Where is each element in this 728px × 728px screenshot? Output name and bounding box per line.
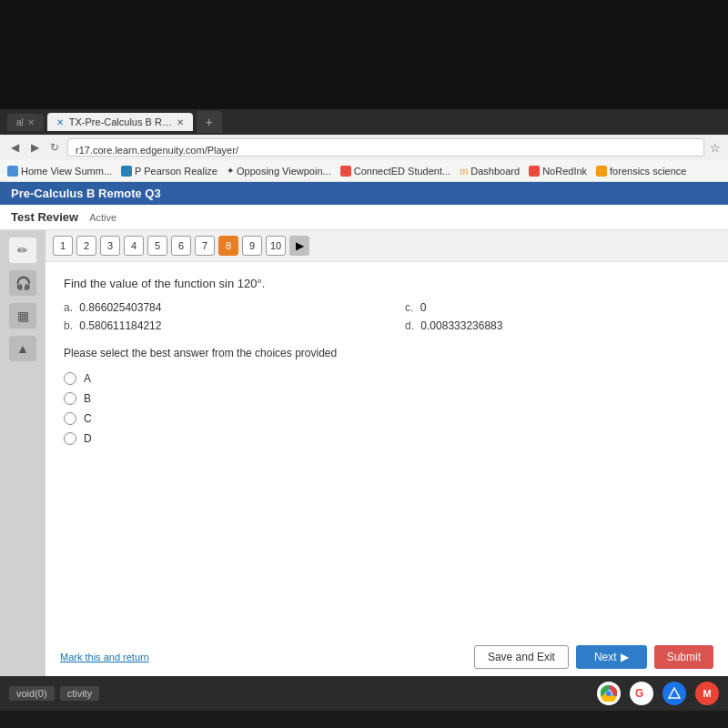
bookmark-noredink[interactable]: NoRedInk — [529, 166, 587, 177]
bookmarks-bar: Home View Summ... P Pearson Realize ✦ Op… — [0, 160, 728, 182]
radio-a[interactable]: A — [64, 372, 710, 385]
radio-circle-d — [64, 432, 76, 445]
bookmark-dashboard[interactable]: m Dashboard — [460, 166, 520, 177]
radio-d[interactable]: D — [64, 432, 710, 445]
q-num-1[interactable]: 1 — [53, 236, 73, 256]
addr-icons: ☆ — [710, 141, 721, 155]
radio-circle-a — [64, 372, 76, 385]
bookmark-home[interactable]: Home View Summ... — [7, 166, 112, 177]
answer-d-label: d. — [405, 319, 414, 332]
taskbar-void: void(0) — [9, 686, 55, 701]
radio-label-b: B — [84, 392, 91, 405]
answer-grid: a. 0.866025403784 c. 0 b. 0.580611184212… — [64, 301, 710, 332]
q-num-5[interactable]: 5 — [147, 236, 167, 256]
taskbar-activity: ctivity — [60, 686, 100, 701]
question-footer: Mark this and return Save and Exit Next … — [46, 638, 728, 676]
bookmark-pearson-label: P Pearson Realize — [135, 166, 217, 177]
radio-b[interactable]: B — [64, 392, 710, 405]
bookmark-connected-label: ConnectED Student... — [354, 166, 450, 177]
radio-label-a: A — [84, 372, 91, 385]
sidebar-pencil[interactable]: ✏ — [9, 238, 36, 263]
mark-link[interactable]: Mark this and return — [60, 652, 149, 662]
bookmark-connected[interactable]: ConnectED Student... — [340, 166, 450, 177]
answer-a-value: 0.866025403784 — [79, 301, 161, 314]
bookmark-pearson-icon — [121, 166, 132, 177]
browser-chrome: al ✕ ✕ TX-Pre-Calculus B Remote Q3 - E ✕… — [0, 109, 728, 182]
q-num-10[interactable]: 10 — [266, 236, 286, 256]
bookmark-forensics-icon — [596, 166, 607, 177]
radio-circle-c — [64, 412, 76, 425]
answer-d-value: 0.008333236883 — [420, 319, 502, 332]
svg-point-2 — [606, 691, 612, 696]
tab-inactive-1[interactable]: al ✕ — [7, 114, 44, 131]
answer-a-label: a. — [64, 301, 73, 314]
bookmark-dashboard-icon: m — [460, 166, 468, 177]
tab-new[interactable]: + — [197, 111, 222, 133]
bookmark-noredink-label: NoRedInk — [542, 166, 587, 177]
address-bar: ◀ ▶ ↻ r17.core.learn.edgenuity.com/Playe… — [0, 135, 728, 160]
answer-b: b. 0.580611184212 — [64, 319, 369, 332]
refresh-btn[interactable]: ↻ — [47, 141, 62, 154]
question-content: Find the value of the function sin 120°.… — [46, 262, 728, 638]
url-input[interactable]: r17.core.learn.edgenuity.com/Player/ — [67, 138, 704, 157]
radio-circle-b — [64, 392, 76, 405]
q-num-6[interactable]: 6 — [171, 236, 191, 256]
q-nav-next[interactable]: ▶ — [289, 236, 309, 256]
radio-c[interactable]: C — [64, 412, 710, 425]
tab-favicon: ✕ — [56, 117, 64, 127]
bookmark-forensics-label: forensics science — [610, 166, 686, 177]
sidebar-calculator[interactable]: ▦ — [9, 303, 36, 329]
q-num-8[interactable]: 8 — [218, 236, 238, 256]
drive-icon[interactable] — [662, 682, 686, 705]
bookmark-noredink-icon — [529, 166, 540, 177]
bookmark-pearson[interactable]: P Pearson Realize — [121, 166, 217, 177]
google-icon[interactable]: G — [630, 682, 653, 705]
main-area: ✏ 🎧 ▦ ▲ 1 2 3 4 5 6 7 8 9 10 ▶ Find the … — [0, 230, 728, 676]
bookmark-connected-icon — [340, 166, 351, 177]
bookmark-dashboard-label: Dashboard — [470, 166, 520, 177]
next-label: Next — [594, 651, 617, 663]
back-btn[interactable]: ◀ — [7, 141, 22, 154]
gmail-letter: M — [703, 688, 711, 699]
bookmark-forensics[interactable]: forensics science — [596, 166, 686, 177]
app-title: Pre-Calculus B Remote Q3 — [11, 187, 161, 200]
tab-active[interactable]: ✕ TX-Pre-Calculus B Remote Q3 - E ✕ — [47, 113, 193, 131]
answer-c-label: c. — [405, 301, 413, 314]
app-header: Pre-Calculus B Remote Q3 — [0, 182, 728, 205]
btn-group: Save and Exit Next ▶ Submit — [474, 645, 713, 669]
taskbar-left: void(0) ctivity — [9, 686, 99, 701]
prompt-text: Please select the best answer from the c… — [64, 347, 710, 359]
test-header: Test Review Active — [0, 205, 728, 230]
answer-b-value: 0.580611184212 — [79, 319, 161, 332]
next-arrow-icon: ▶ — [621, 651, 629, 663]
sidebar-arrow-up[interactable]: ▲ — [9, 336, 36, 361]
bookmark-opposing[interactable]: ✦ Opposing Viewpoin... — [227, 166, 331, 177]
bookmark-opposing-icon: ✦ — [227, 166, 234, 176]
tab-close-1[interactable]: ✕ — [27, 117, 35, 127]
q-num-2[interactable]: 2 — [76, 236, 96, 256]
bookmark-home-label: Home View Summ... — [21, 166, 112, 177]
left-sidebar: ✏ 🎧 ▦ ▲ — [0, 230, 46, 676]
gmail-icon[interactable]: M — [695, 682, 719, 705]
answer-d: d. 0.008333236883 — [405, 319, 710, 332]
q-num-7[interactable]: 7 — [195, 236, 215, 256]
q-num-9[interactable]: 9 — [242, 236, 262, 256]
bookmark-star-icon[interactable]: ☆ — [710, 141, 721, 155]
content-wrapper: 1 2 3 4 5 6 7 8 9 10 ▶ Find the value of… — [46, 230, 728, 676]
tab-close-active[interactable]: ✕ — [177, 117, 184, 127]
bookmark-opposing-label: Opposing Viewpoin... — [237, 166, 331, 177]
save-exit-button[interactable]: Save and Exit — [474, 645, 569, 669]
bookmark-home-icon — [7, 166, 18, 177]
submit-button[interactable]: Submit — [654, 645, 713, 669]
taskbar-icons: G M — [597, 682, 719, 705]
chrome-icon[interactable] — [597, 682, 621, 705]
answer-c-value: 0 — [420, 301, 427, 314]
q-num-4[interactable]: 4 — [124, 236, 144, 256]
forward-btn[interactable]: ▶ — [27, 141, 42, 154]
svg-marker-5 — [669, 688, 680, 698]
tab-bar: al ✕ ✕ TX-Pre-Calculus B Remote Q3 - E ✕… — [0, 109, 728, 135]
sidebar-headphone[interactable]: 🎧 — [9, 270, 36, 296]
q-num-3[interactable]: 3 — [100, 236, 120, 256]
next-button[interactable]: Next ▶ — [576, 645, 647, 669]
active-badge: Active — [89, 212, 116, 223]
